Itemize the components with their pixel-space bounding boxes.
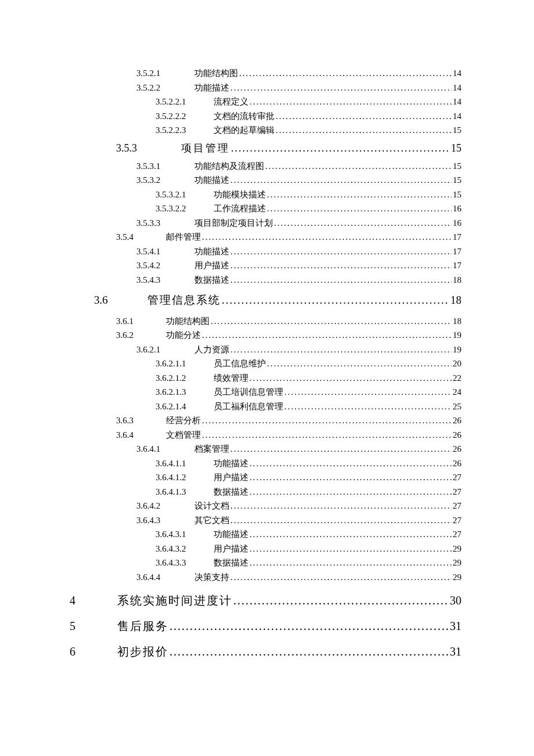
toc-entry: 3.6.4.1档案管理26 [136,442,461,456]
toc-entry: 3.6.4.4决策支持29 [136,571,461,584]
toc-leader-dots [169,617,449,635]
toc-entry: 3.5.2.2.2文档的流转审批14 [156,110,461,123]
toc-entry-title: 邮件管理 [166,231,201,244]
toc-entry-number: 3.6.4.3.1 [156,528,201,541]
toc-entry: 3.6.2.1人力资源19 [136,343,461,357]
toc-leader-dots [239,67,452,80]
toc-entry-title: 文档管理 [166,429,201,442]
toc-leader-dots [230,259,452,272]
toc-entry-number: 3.5.3.2.2 [156,202,201,215]
toc-entry-number: 3.6.4.1 [136,442,182,456]
toc-leader-dots [265,160,452,173]
toc-leader-dots [274,217,452,230]
toc-entry: 3.6.2功能分述19 [116,329,461,342]
toc-leader-dots [250,485,452,499]
toc-entry-number: 3.6.2.1 [136,343,182,357]
toc-entry-page: 27 [453,514,461,527]
toc-entry-page: 27 [453,471,461,484]
toc-entry-page: 15 [453,188,461,201]
toc-entry-number: 3.5.2.2.3 [156,124,201,137]
toc-leader-dots [202,414,452,427]
toc-leader-dots [230,514,452,527]
toc-entry-page: 15 [453,160,461,173]
toc-leader-dots [250,556,452,570]
toc-entry: 3.5.3.1功能结构及流程图15 [136,160,461,173]
toc-leader-dots [230,174,452,187]
toc-entry-page: 29 [453,542,461,556]
toc-leader-dots [202,231,452,244]
toc-entry-page: 16 [453,202,461,215]
toc-entry-page: 17 [453,245,461,258]
toc-entry-page: 18 [450,292,461,309]
toc-entry-page: 17 [453,259,461,272]
toc-entry-number: 3.6.2.1.4 [156,400,201,413]
toc-entry-title: 管理信息系统 [147,292,221,309]
toc-entry: 3.5.2.2.1流程定义14 [156,95,461,109]
toc-leader-dots [231,141,450,156]
toc-leader-dots [284,386,452,399]
toc-entry-number: 3.5.2.1 [136,67,182,80]
toc-entry: 3.5.4.2用户描述17 [136,259,461,272]
toc-entry-number: 5 [70,617,104,635]
toc-entry-page: 18 [453,273,461,287]
toc-entry: 3.6.4.3.1功能描述27 [156,528,461,541]
toc-entry-title: 文档的流转审批 [214,110,275,123]
toc-entry-page: 26 [453,414,461,427]
toc-entry: 3.5.3.2.1功能模块描述15 [156,188,461,201]
toc-entry-number: 3.6 [94,292,135,309]
toc-entry: 3.5.4邮件管理17 [116,231,461,244]
toc-entry-number: 3.5.2.2 [136,81,182,95]
toc-entry-page: 14 [453,95,461,109]
toc-entry-number: 3.5.4.3 [136,273,182,287]
toc-leader-dots [250,528,452,541]
toc-leader-dots [169,643,449,660]
toc-leader-dots [267,357,452,370]
toc-entry-title: 员工福利信息管理 [214,400,283,413]
toc-leader-dots [230,442,452,456]
toc-entry-number: 3.6.4.3.3 [156,556,201,570]
toc-entry: 3.6.4.3.2用户描述29 [156,542,461,556]
toc-entry-number: 3.6.4.1.2 [156,471,201,484]
toc-entry-page: 14 [453,81,461,95]
toc-entry: 3.5.3.2.2工作流程描述16 [156,202,461,215]
toc-entry-title: 员工信息维护 [214,357,266,370]
toc-entry-page: 15 [453,174,461,187]
toc-entry-number: 3.5.4.1 [136,245,182,258]
toc-leader-dots [276,124,452,137]
toc-entry: 3.6.4.1.3数据描述27 [156,485,461,499]
toc-leader-dots [222,292,449,309]
toc-entry-page: 22 [453,372,461,385]
toc-entry-title: 设计文档 [194,499,229,513]
toc-entry: 3.6.1功能结构图18 [116,315,461,328]
toc-entry: 3.6.2.1.1员工信息维护20 [156,357,461,370]
toc-entry-title: 功能描述 [214,528,248,541]
toc-entry-number: 3.5.3.2.1 [156,188,201,201]
toc-leader-dots [230,81,452,95]
toc-entry: 3.6.4.1.2用户描述27 [156,471,461,484]
toc-entry-title: 用户描述 [194,259,229,272]
toc-entry: 3.5.4.1功能描述17 [136,245,461,258]
toc-entry-title: 功能分述 [166,329,201,342]
toc-entry-number: 3.6.2.1.2 [156,372,201,385]
toc-entry-title: 功能描述 [214,457,248,470]
toc-entry-title: 项目管理 [181,141,230,156]
toc-entry-number: 3.6.1 [116,315,153,328]
toc-entry-page: 26 [453,429,461,442]
toc-entry-number: 3.6.3 [116,414,153,427]
toc-leader-dots [202,429,452,442]
toc-entry: 3.6.2.1.2绩效管理22 [156,372,461,385]
toc-entry: 3.6.2.1.3员工培训信息管理24 [156,386,461,399]
toc-entry-page: 31 [450,643,461,660]
toc-entry-title: 数据描述 [214,485,248,499]
toc-entry-number: 3.5.4 [116,231,153,244]
toc-leader-dots [202,329,452,342]
toc-leader-dots [267,202,452,215]
toc-entry-title: 功能结构图 [194,67,238,80]
table-of-contents: 3.5.2.1功能结构图143.5.2.2功能描述143.5.2.2.1流程定义… [70,67,461,660]
toc-entry-title: 用户描述 [214,542,248,556]
toc-entry-title: 功能结构图 [166,315,210,328]
toc-entry-number: 3.5.3.1 [136,160,182,173]
toc-entry-title: 初步报价 [117,643,168,660]
toc-entry: 3.6.2.1.4员工福利信息管理25 [156,400,461,413]
toc-entry: 5售后服务31 [70,617,461,635]
